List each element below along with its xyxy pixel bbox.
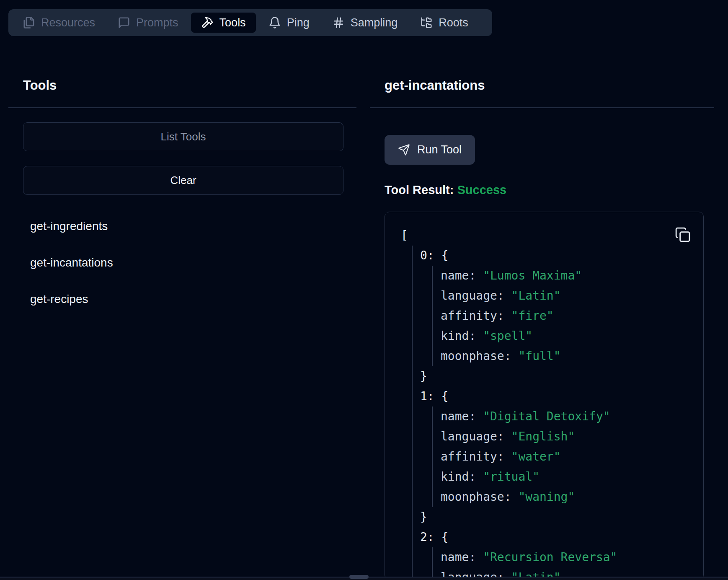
selected-tool-divider: [370, 107, 714, 108]
run-tool-button-label: Run Tool: [417, 143, 462, 156]
selected-tool-title: get-incantations: [385, 78, 485, 93]
tool-list-item-get-recipes[interactable]: get-recipes: [30, 290, 113, 309]
tab-resources[interactable]: Resources: [13, 13, 105, 33]
json-field-moonphase: moonphase: "full": [441, 346, 617, 366]
tools-panel-title: Tools: [23, 78, 57, 93]
json-field-affinity: affinity: "fire": [441, 306, 617, 326]
hammer-icon: [201, 16, 214, 29]
tool-result-line: Tool Result: Success: [385, 183, 506, 197]
tools-panel-divider: [8, 107, 356, 108]
json-field-name: name: "Digital Detoxify": [441, 407, 617, 427]
json-field-name: name: "Recursion Reversa": [441, 547, 617, 567]
json-entry-0-close: }: [420, 366, 617, 386]
tab-sampling[interactable]: Sampling: [322, 13, 408, 33]
history-pane-resize-handle[interactable]: [349, 575, 369, 579]
json-entry-1-close: }: [420, 507, 617, 527]
copy-icon[interactable]: [674, 226, 692, 244]
json-field-kind: kind: "spell": [441, 326, 617, 346]
json-entry-0-open: 0: {: [420, 246, 617, 266]
tab-label: Sampling: [351, 16, 398, 29]
tab-roots[interactable]: Roots: [410, 13, 478, 33]
json-entry-0-fields: name: "Lumos Maxima"language: "Latin"aff…: [432, 266, 617, 366]
tool-result-status: Success: [457, 183, 506, 197]
json-array-open: [: [401, 225, 617, 246]
tab-label: Resources: [41, 16, 95, 29]
clear-button[interactable]: Clear: [23, 166, 343, 195]
tool-list-item-get-incantations[interactable]: get-incantations: [30, 253, 113, 272]
json-field-language: language: "Latin": [441, 286, 617, 306]
json-field-affinity: affinity: "water": [441, 447, 617, 467]
json-entry-2-fields: name: "Recursion Reversa"language: "Lati…: [432, 547, 617, 580]
tab-tools[interactable]: Tools: [191, 13, 256, 33]
json-field-moonphase: moonphase: "waning": [441, 487, 617, 507]
tab-label: Ping: [287, 16, 310, 29]
json-field-kind: kind: "ritual": [441, 467, 617, 487]
tab-label: Tools: [219, 16, 246, 29]
tool-result-label: Tool Result:: [385, 183, 454, 197]
tab-label: Prompts: [136, 16, 178, 29]
json-entry-1-open: 1: {: [420, 386, 617, 407]
hash-icon: [332, 16, 345, 29]
files-icon: [23, 16, 35, 29]
tool-list-item-get-ingredients[interactable]: get-ingredients: [30, 217, 113, 236]
folder-tree-icon: [420, 16, 433, 29]
chat-bubble-icon: [118, 16, 130, 29]
json-entry-1-fields: name: "Digital Detoxify"language: "Engli…: [432, 407, 617, 507]
list-tools-button[interactable]: List Tools: [23, 122, 343, 151]
run-tool-button[interactable]: Run Tool: [385, 135, 475, 165]
tool-list: get-ingredientsget-incantationsget-recip…: [30, 217, 113, 309]
bell-icon: [268, 16, 281, 29]
tool-result-json-viewer: [0: {name: "Lumos Maxima"language: "Lati…: [385, 212, 704, 580]
send-icon: [398, 144, 410, 156]
json-tree: [0: {name: "Lumos Maxima"language: "Lati…: [401, 225, 617, 580]
json-field-language: language: "English": [441, 427, 617, 447]
tab-ping[interactable]: Ping: [258, 13, 320, 33]
json-entry-2-open: 2: {: [420, 527, 617, 547]
json-field-name: name: "Lumos Maxima": [441, 266, 617, 286]
capability-tabbar: ResourcesPromptsToolsPingSamplingRoots: [8, 9, 492, 36]
json-array-items: 0: {name: "Lumos Maxima"language: "Latin…: [412, 246, 617, 580]
tab-prompts[interactable]: Prompts: [108, 13, 188, 33]
tab-label: Roots: [439, 16, 468, 29]
